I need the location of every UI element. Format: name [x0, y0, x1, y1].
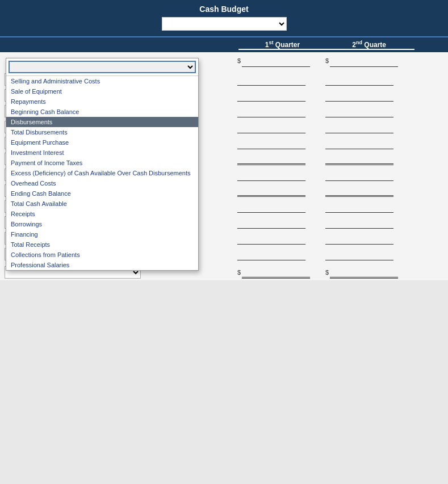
dropdown-item-receipts[interactable]: Receipts	[6, 209, 198, 219]
q1-input-wide[interactable]	[237, 73, 305, 86]
q1-input-7[interactable]	[237, 184, 305, 197]
dropdown-item-disbursements[interactable]: Disbursements	[6, 117, 198, 127]
dropdown-item-beginning[interactable]: Beginning Cash Balance	[6, 107, 198, 117]
column-headers: 1st Quarter 2nd Quarter	[0, 36, 448, 52]
dropdown-overlay[interactable]: Selling and Administrative Costs Sale of…	[6, 58, 199, 271]
dropdown-search-select[interactable]	[9, 61, 196, 73]
dropdown-item-total-cash[interactable]: Total Cash Available	[6, 199, 198, 209]
dollar-sign-q2: $	[325, 57, 329, 64]
q2-cell-wide	[325, 73, 413, 86]
col-spacer	[0, 40, 238, 50]
q1-cell-wide	[237, 73, 325, 86]
q1-first-input[interactable]	[242, 54, 310, 67]
page-title: Cash Budget	[0, 5, 448, 14]
q1-input-4[interactable]	[237, 137, 305, 149]
q2-header: 2nd Quarter	[326, 40, 414, 50]
q2-input-9[interactable]	[325, 216, 393, 229]
q2-bottom-cell: $	[325, 266, 413, 279]
q1-bottom-cell: $	[237, 266, 325, 279]
dropdown-item-repayments[interactable]: Repayments	[6, 96, 198, 107]
page-wrapper: Cash Budget 1st Quarter 2nd Quarter $ $	[0, 0, 448, 280]
q2-input-3[interactable]	[325, 121, 393, 133]
q2-input-2[interactable]	[325, 105, 393, 117]
dropdown-list: Selling and Administrative Costs Sale of…	[6, 76, 198, 270]
q2-first-cell: $	[325, 54, 413, 67]
q1-input-6[interactable]	[237, 169, 305, 181]
q1-colon-input-1[interactable]	[237, 232, 305, 245]
q2-input-4[interactable]	[325, 137, 393, 149]
q1-colon-input-2[interactable]	[237, 248, 305, 260]
dropdown-item-excess[interactable]: Excess (Deficiency) of Cash Available Ov…	[6, 168, 198, 178]
dropdown-item-collections[interactable]: Collections from Patients	[6, 250, 198, 260]
content-area: $ $ Selling and Administrative Costs Sal…	[0, 52, 448, 280]
q2-input-6[interactable]	[325, 169, 393, 181]
q2-colon-input-1[interactable]	[325, 232, 393, 245]
dropdown-item-selling[interactable]: Selling and Administrative Costs	[6, 76, 198, 86]
q1-first-cell: $	[237, 54, 325, 67]
q1-input-8[interactable]	[237, 200, 305, 213]
q2-input-8[interactable]	[325, 200, 393, 213]
dollar-sign-bottom-q2: $	[325, 269, 329, 276]
q2-colon-input-2[interactable]	[325, 248, 393, 260]
q1-input-3[interactable]	[237, 121, 305, 133]
dropdown-item-equipment-purchase[interactable]: Equipment Purchase	[6, 137, 198, 148]
dropdown-item-total-receipts[interactable]: Total Receipts	[6, 239, 198, 250]
dropdown-item-ending[interactable]: Ending Cash Balance	[6, 188, 198, 199]
dollar-sign-q1: $	[237, 57, 241, 64]
q1-input-5[interactable]	[237, 153, 305, 165]
q1-header: 1st Quarter	[238, 40, 326, 50]
dropdown-item-financing[interactable]: Financing	[6, 229, 198, 239]
q2-input-wide[interactable]	[325, 73, 393, 86]
q2-first-input[interactable]	[330, 54, 398, 67]
q2-input-5[interactable]	[325, 153, 393, 165]
dropdown-item-borrowings[interactable]: Borrowings	[6, 219, 198, 229]
dropdown-input-row	[6, 58, 198, 76]
main-select[interactable]	[162, 17, 287, 31]
q1-input-9[interactable]	[237, 216, 305, 229]
dropdown-item-sale[interactable]: Sale of Equipment	[6, 86, 198, 96]
dropdown-item-investment-interest[interactable]: Investment Interest	[6, 148, 198, 158]
dropdown-item-professional[interactable]: Professional Salaries	[6, 260, 198, 270]
q1-bottom-input[interactable]	[242, 266, 310, 279]
dropdown-item-payment-income[interactable]: Payment of Income Taxes	[6, 158, 198, 168]
q1-input-2[interactable]	[237, 105, 305, 117]
q2-bottom-input[interactable]	[330, 266, 398, 279]
header: Cash Budget	[0, 0, 448, 36]
dropdown-item-overhead[interactable]: Overhead Costs	[6, 178, 198, 188]
q2-input-7[interactable]	[325, 184, 393, 197]
q2-input-1[interactable]	[325, 89, 393, 102]
q1-input-1[interactable]	[237, 89, 305, 102]
dollar-sign-bottom-q1: $	[237, 269, 241, 276]
dropdown-item-total-disbursements[interactable]: Total Disbursements	[6, 127, 198, 137]
